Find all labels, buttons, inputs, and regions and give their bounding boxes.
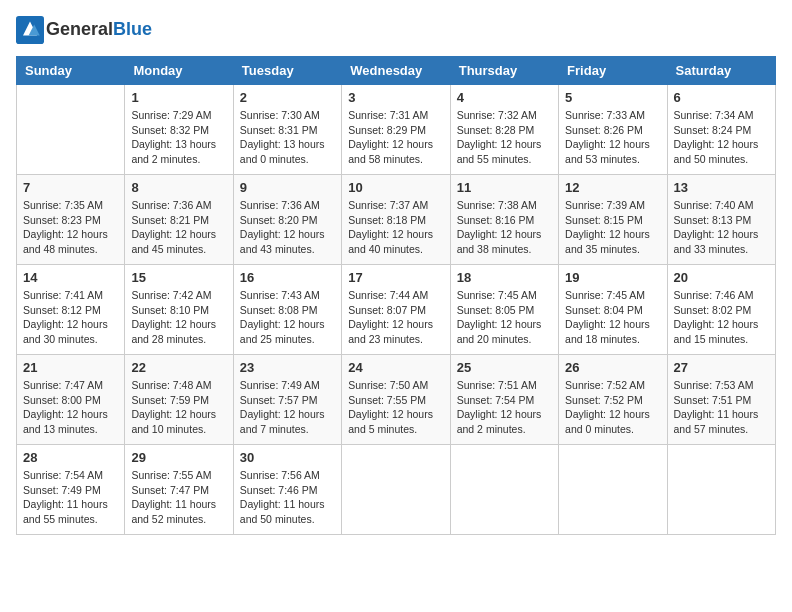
cell-info: Sunrise: 7:40 AMSunset: 8:13 PMDaylight:… xyxy=(674,198,769,257)
calendar-cell: 4Sunrise: 7:32 AMSunset: 8:28 PMDaylight… xyxy=(450,85,558,175)
page-header: GeneralBlue xyxy=(16,16,776,44)
day-number: 2 xyxy=(240,90,335,105)
cell-info: Sunrise: 7:41 AMSunset: 8:12 PMDaylight:… xyxy=(23,288,118,347)
day-number: 25 xyxy=(457,360,552,375)
calendar-cell: 5Sunrise: 7:33 AMSunset: 8:26 PMDaylight… xyxy=(559,85,667,175)
calendar-cell: 8Sunrise: 7:36 AMSunset: 8:21 PMDaylight… xyxy=(125,175,233,265)
cell-info: Sunrise: 7:36 AMSunset: 8:20 PMDaylight:… xyxy=(240,198,335,257)
cell-info: Sunrise: 7:42 AMSunset: 8:10 PMDaylight:… xyxy=(131,288,226,347)
col-header-tuesday: Tuesday xyxy=(233,57,341,85)
col-header-saturday: Saturday xyxy=(667,57,775,85)
calendar-cell: 10Sunrise: 7:37 AMSunset: 8:18 PMDayligh… xyxy=(342,175,450,265)
day-number: 7 xyxy=(23,180,118,195)
col-header-friday: Friday xyxy=(559,57,667,85)
day-number: 13 xyxy=(674,180,769,195)
cell-info: Sunrise: 7:37 AMSunset: 8:18 PMDaylight:… xyxy=(348,198,443,257)
calendar-cell xyxy=(450,445,558,535)
day-number: 23 xyxy=(240,360,335,375)
cell-info: Sunrise: 7:32 AMSunset: 8:28 PMDaylight:… xyxy=(457,108,552,167)
calendar-cell xyxy=(667,445,775,535)
cell-info: Sunrise: 7:53 AMSunset: 7:51 PMDaylight:… xyxy=(674,378,769,437)
calendar-cell: 18Sunrise: 7:45 AMSunset: 8:05 PMDayligh… xyxy=(450,265,558,355)
calendar-cell: 6Sunrise: 7:34 AMSunset: 8:24 PMDaylight… xyxy=(667,85,775,175)
calendar-cell: 28Sunrise: 7:54 AMSunset: 7:49 PMDayligh… xyxy=(17,445,125,535)
logo-text: GeneralBlue xyxy=(46,20,152,40)
calendar-table: SundayMondayTuesdayWednesdayThursdayFrid… xyxy=(16,56,776,535)
cell-info: Sunrise: 7:49 AMSunset: 7:57 PMDaylight:… xyxy=(240,378,335,437)
calendar-cell: 27Sunrise: 7:53 AMSunset: 7:51 PMDayligh… xyxy=(667,355,775,445)
week-row-3: 14Sunrise: 7:41 AMSunset: 8:12 PMDayligh… xyxy=(17,265,776,355)
calendar-cell: 17Sunrise: 7:44 AMSunset: 8:07 PMDayligh… xyxy=(342,265,450,355)
cell-info: Sunrise: 7:55 AMSunset: 7:47 PMDaylight:… xyxy=(131,468,226,527)
calendar-cell: 16Sunrise: 7:43 AMSunset: 8:08 PMDayligh… xyxy=(233,265,341,355)
cell-info: Sunrise: 7:51 AMSunset: 7:54 PMDaylight:… xyxy=(457,378,552,437)
col-header-monday: Monday xyxy=(125,57,233,85)
calendar-cell: 21Sunrise: 7:47 AMSunset: 8:00 PMDayligh… xyxy=(17,355,125,445)
cell-info: Sunrise: 7:30 AMSunset: 8:31 PMDaylight:… xyxy=(240,108,335,167)
day-number: 14 xyxy=(23,270,118,285)
cell-info: Sunrise: 7:31 AMSunset: 8:29 PMDaylight:… xyxy=(348,108,443,167)
calendar-cell: 14Sunrise: 7:41 AMSunset: 8:12 PMDayligh… xyxy=(17,265,125,355)
col-header-wednesday: Wednesday xyxy=(342,57,450,85)
day-number: 10 xyxy=(348,180,443,195)
calendar-cell: 3Sunrise: 7:31 AMSunset: 8:29 PMDaylight… xyxy=(342,85,450,175)
calendar-cell: 26Sunrise: 7:52 AMSunset: 7:52 PMDayligh… xyxy=(559,355,667,445)
day-number: 6 xyxy=(674,90,769,105)
day-number: 1 xyxy=(131,90,226,105)
day-number: 19 xyxy=(565,270,660,285)
calendar-cell: 2Sunrise: 7:30 AMSunset: 8:31 PMDaylight… xyxy=(233,85,341,175)
col-header-sunday: Sunday xyxy=(17,57,125,85)
cell-info: Sunrise: 7:29 AMSunset: 8:32 PMDaylight:… xyxy=(131,108,226,167)
cell-info: Sunrise: 7:46 AMSunset: 8:02 PMDaylight:… xyxy=(674,288,769,347)
day-number: 28 xyxy=(23,450,118,465)
calendar-cell: 15Sunrise: 7:42 AMSunset: 8:10 PMDayligh… xyxy=(125,265,233,355)
day-number: 12 xyxy=(565,180,660,195)
day-number: 20 xyxy=(674,270,769,285)
cell-info: Sunrise: 7:44 AMSunset: 8:07 PMDaylight:… xyxy=(348,288,443,347)
calendar-cell xyxy=(559,445,667,535)
cell-info: Sunrise: 7:54 AMSunset: 7:49 PMDaylight:… xyxy=(23,468,118,527)
day-number: 5 xyxy=(565,90,660,105)
day-number: 17 xyxy=(348,270,443,285)
day-number: 11 xyxy=(457,180,552,195)
cell-info: Sunrise: 7:45 AMSunset: 8:04 PMDaylight:… xyxy=(565,288,660,347)
cell-info: Sunrise: 7:34 AMSunset: 8:24 PMDaylight:… xyxy=(674,108,769,167)
day-number: 22 xyxy=(131,360,226,375)
day-number: 26 xyxy=(565,360,660,375)
week-row-5: 28Sunrise: 7:54 AMSunset: 7:49 PMDayligh… xyxy=(17,445,776,535)
calendar-cell: 12Sunrise: 7:39 AMSunset: 8:15 PMDayligh… xyxy=(559,175,667,265)
cell-info: Sunrise: 7:43 AMSunset: 8:08 PMDaylight:… xyxy=(240,288,335,347)
calendar-cell: 22Sunrise: 7:48 AMSunset: 7:59 PMDayligh… xyxy=(125,355,233,445)
day-number: 3 xyxy=(348,90,443,105)
day-number: 18 xyxy=(457,270,552,285)
day-number: 29 xyxy=(131,450,226,465)
calendar-cell: 23Sunrise: 7:49 AMSunset: 7:57 PMDayligh… xyxy=(233,355,341,445)
day-number: 8 xyxy=(131,180,226,195)
logo: GeneralBlue xyxy=(16,16,152,44)
col-header-thursday: Thursday xyxy=(450,57,558,85)
cell-info: Sunrise: 7:50 AMSunset: 7:55 PMDaylight:… xyxy=(348,378,443,437)
cell-info: Sunrise: 7:52 AMSunset: 7:52 PMDaylight:… xyxy=(565,378,660,437)
calendar-cell: 25Sunrise: 7:51 AMSunset: 7:54 PMDayligh… xyxy=(450,355,558,445)
week-row-4: 21Sunrise: 7:47 AMSunset: 8:00 PMDayligh… xyxy=(17,355,776,445)
cell-info: Sunrise: 7:45 AMSunset: 8:05 PMDaylight:… xyxy=(457,288,552,347)
day-number: 4 xyxy=(457,90,552,105)
day-number: 21 xyxy=(23,360,118,375)
cell-info: Sunrise: 7:39 AMSunset: 8:15 PMDaylight:… xyxy=(565,198,660,257)
week-row-2: 7Sunrise: 7:35 AMSunset: 8:23 PMDaylight… xyxy=(17,175,776,265)
cell-info: Sunrise: 7:36 AMSunset: 8:21 PMDaylight:… xyxy=(131,198,226,257)
calendar-cell: 11Sunrise: 7:38 AMSunset: 8:16 PMDayligh… xyxy=(450,175,558,265)
calendar-cell xyxy=(342,445,450,535)
cell-info: Sunrise: 7:38 AMSunset: 8:16 PMDaylight:… xyxy=(457,198,552,257)
calendar-cell: 20Sunrise: 7:46 AMSunset: 8:02 PMDayligh… xyxy=(667,265,775,355)
calendar-cell: 30Sunrise: 7:56 AMSunset: 7:46 PMDayligh… xyxy=(233,445,341,535)
day-number: 15 xyxy=(131,270,226,285)
calendar-cell: 24Sunrise: 7:50 AMSunset: 7:55 PMDayligh… xyxy=(342,355,450,445)
calendar-cell: 9Sunrise: 7:36 AMSunset: 8:20 PMDaylight… xyxy=(233,175,341,265)
calendar-cell: 13Sunrise: 7:40 AMSunset: 8:13 PMDayligh… xyxy=(667,175,775,265)
header-row: SundayMondayTuesdayWednesdayThursdayFrid… xyxy=(17,57,776,85)
logo-icon xyxy=(16,16,44,44)
day-number: 24 xyxy=(348,360,443,375)
day-number: 27 xyxy=(674,360,769,375)
calendar-cell: 1Sunrise: 7:29 AMSunset: 8:32 PMDaylight… xyxy=(125,85,233,175)
